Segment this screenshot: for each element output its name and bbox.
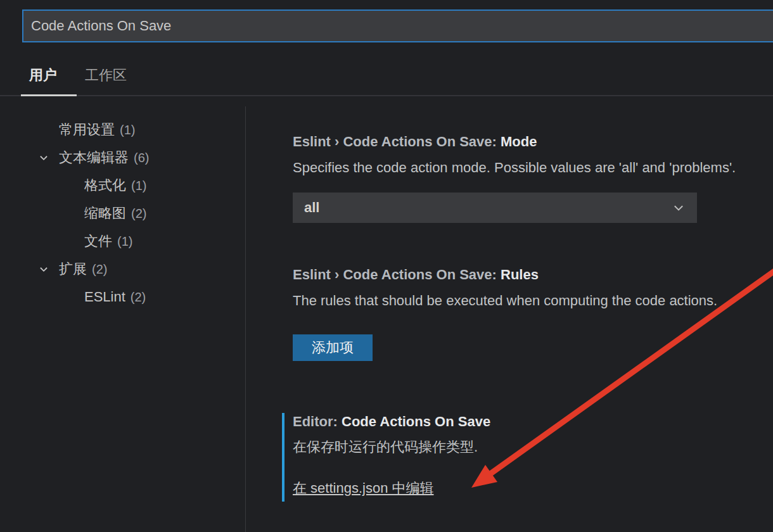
toc-item-label: 常用设置 [59, 120, 115, 139]
toc-item-count: (2) [131, 206, 146, 221]
settings-editor: 用户 工作区 常用设置 (1) 文本编辑器 (6) 格式化 (1) 缩略图 (2… [0, 0, 773, 532]
chevron-down-icon [672, 201, 686, 215]
toc-item-count: (1) [117, 234, 132, 249]
toc-item-label: 缩略图 [84, 204, 126, 223]
toc-item-label: 扩展 [59, 260, 87, 279]
edit-in-settings-json-link[interactable]: 在 settings.json 中编辑 [293, 479, 434, 498]
setting-title-eslint-rules: Eslint › Code Actions On Save: Rules [293, 267, 539, 283]
settings-scope-tabbar: 用户 工作区 [0, 61, 773, 96]
setting-title-prefix: Editor: [293, 414, 342, 429]
toc-item-extensions[interactable]: 扩展 (2) [0, 255, 245, 283]
toc-item-eslint[interactable]: ESLint (2) [0, 283, 245, 311]
toc-item-label: ESLint [84, 289, 125, 305]
add-item-button[interactable]: 添加项 [293, 334, 373, 361]
toc-item-text-editor[interactable]: 文本编辑器 (6) [0, 144, 245, 172]
setting-title-eslint-mode: Eslint › Code Actions On Save: Mode [293, 134, 537, 150]
toc-content-divider [245, 106, 246, 532]
settings-search-input[interactable] [22, 10, 773, 42]
tab-user[interactable]: 用户 [29, 66, 57, 85]
toc-item-label: 格式化 [84, 176, 126, 195]
toc-item-formatting[interactable]: 格式化 (1) [0, 172, 245, 200]
toc-item-files[interactable]: 文件 (1) [0, 227, 245, 255]
setting-title-key: Code Actions On Save [342, 414, 490, 429]
active-tab-underline [21, 94, 77, 96]
mode-select[interactable]: all [293, 193, 697, 223]
toc-item-count: (1) [120, 123, 135, 137]
toc-item-count: (2) [131, 290, 146, 305]
setting-description: 在保存时运行的代码操作类型. [293, 438, 478, 457]
toc-item-count: (1) [131, 179, 146, 193]
toc-item-commonly-used[interactable]: 常用设置 (1) [0, 116, 245, 144]
setting-description: Specifies the code action mode. Possible… [293, 160, 736, 176]
tab-workspace[interactable]: 工作区 [85, 66, 127, 85]
settings-toc-tree: 常用设置 (1) 文本编辑器 (6) 格式化 (1) 缩略图 (2) 文件 (1… [0, 116, 245, 311]
toc-item-label: 文件 [84, 232, 112, 251]
setting-title-prefix: Eslint › Code Actions On Save: [293, 134, 501, 149]
toc-item-minimap[interactable]: 缩略图 (2) [0, 200, 245, 227]
toc-item-count: (2) [92, 262, 107, 277]
setting-title-key: Mode [501, 134, 537, 149]
mode-select-value: all [304, 200, 319, 216]
chevron-down-icon [38, 263, 49, 275]
toc-item-count: (6) [134, 151, 149, 165]
setting-title-key: Rules [501, 267, 539, 282]
setting-title-editor-code-actions: Editor: Code Actions On Save [293, 414, 490, 430]
chevron-down-icon [38, 152, 49, 163]
setting-description: The rules that should be executed when c… [293, 293, 717, 309]
modified-indicator-bar [282, 413, 284, 502]
toc-item-label: 文本编辑器 [59, 148, 129, 167]
setting-title-prefix: Eslint › Code Actions On Save: [293, 267, 501, 282]
